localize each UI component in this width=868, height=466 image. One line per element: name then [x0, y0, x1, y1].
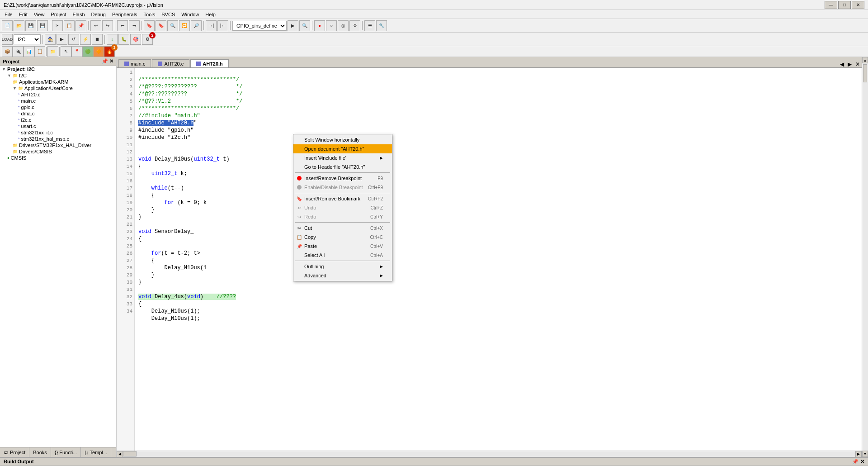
ctx-outlining[interactable]: Outlining ▶ [293, 262, 392, 271]
tab-books[interactable]: Books [29, 447, 51, 457]
function-dropdown[interactable]: GPIO_pins_define [232, 21, 287, 31]
tree-mainc[interactable]: * main.c [0, 98, 116, 104]
scroll-track[interactable] [123, 451, 855, 457]
sidebar-pin-button[interactable]: 📌 [102, 58, 108, 64]
build-button[interactable]: ▶ [57, 34, 67, 45]
nav-back-button[interactable]: ⬅ [117, 20, 128, 31]
debug-start-button[interactable]: ● [314, 20, 325, 31]
find-button[interactable]: 🔍 [167, 20, 178, 31]
menu-help[interactable]: Help [203, 11, 218, 18]
debug-stop-button[interactable]: ○ [326, 20, 337, 31]
download-button[interactable]: ↓ [107, 34, 118, 45]
manage-button[interactable]: 📁 [47, 46, 58, 57]
menu-view[interactable]: View [31, 11, 47, 18]
menu-peripherals[interactable]: Peripherals [109, 11, 140, 18]
debug-clear-button[interactable]: ◎ [338, 20, 349, 31]
build-pin-button[interactable]: 📌 [852, 459, 859, 465]
tree-drivers-cmsis[interactable]: 📁 Drivers/CMSIS [0, 148, 116, 155]
replace-button[interactable]: 🔁 [179, 20, 190, 31]
tree-gpioc[interactable]: * gpio.c [0, 104, 116, 110]
tree-cmsis[interactable]: ♦ CMSIS [0, 155, 116, 161]
stop-build-button[interactable]: ⏹ [92, 34, 103, 45]
tree-app-user[interactable]: ▼ 📁 Application/User/Core [0, 85, 116, 91]
ctx-split-window[interactable]: Split Window horizontally [293, 135, 392, 144]
event-button[interactable]: 📋 [34, 46, 45, 57]
ctx-undo[interactable]: ↩ Undo Ctrl+Z [293, 203, 392, 212]
comp-button[interactable]: 📊 [24, 46, 34, 57]
ctx-advanced[interactable]: Advanced ▶ [293, 271, 392, 280]
wizard-button[interactable]: 🧙 [45, 34, 56, 45]
scroll-up-arrow[interactable]: ▲ [862, 57, 868, 63]
tab-project[interactable]: 🗂 Project [0, 447, 29, 457]
vertical-scroll-track[interactable] [862, 63, 868, 451]
tab-scroll-left[interactable]: ◀ [838, 61, 846, 67]
ctx-enable-breakpoint[interactable]: Enable/Disable Breakpoint Ctrl+F9 [293, 183, 392, 192]
tree-stm32it[interactable]: * stm32f1xx_it.c [0, 129, 116, 136]
paste-button[interactable]: 📌 [75, 20, 86, 31]
scroll-down-arrow[interactable]: ▼ [862, 451, 868, 457]
unindent-button[interactable]: |← [217, 20, 228, 31]
copy-button[interactable]: 📋 [64, 20, 75, 31]
ctx-copy[interactable]: 📋 Copy Ctrl+C [293, 233, 392, 242]
open-button[interactable]: 📂 [14, 20, 24, 31]
dropdown-go-button[interactable]: ▶ [288, 20, 298, 31]
menu-edit[interactable]: Edit [16, 11, 30, 18]
bookmark-prev-button[interactable]: 🔖 [144, 20, 155, 31]
sidebar-close-button[interactable]: ✕ [109, 58, 113, 64]
target-dropdown[interactable]: I2C [14, 34, 41, 44]
tab-mainc[interactable]: main.c [118, 59, 151, 67]
tree-i2cc[interactable]: * i2c.c [0, 117, 116, 123]
menu-file[interactable]: File [2, 11, 15, 18]
build-close-button[interactable]: ✕ [860, 459, 864, 465]
nav-fwd-button[interactable]: ➡ [129, 20, 140, 31]
code-content[interactable]: /*****************************/ /*@????:… [135, 68, 862, 451]
color1-button[interactable]: 🟢 [82, 46, 93, 57]
cut-button[interactable]: ✂ [52, 20, 63, 31]
menu-flash[interactable]: Flash [70, 11, 88, 18]
ctx-insert-breakpoint[interactable]: Insert/Remove Breakpoint F9 [293, 174, 392, 183]
tree-aht20c[interactable]: * AHT20.c [0, 91, 116, 98]
redo-button[interactable]: ↪ [102, 20, 113, 31]
bookmark-next-button[interactable]: 🔖 [156, 20, 166, 31]
color2-button[interactable]: 🔶 [93, 46, 104, 57]
cursor-button[interactable]: ↖ [61, 46, 71, 57]
vertical-scroll-thumb[interactable] [863, 64, 867, 82]
tab-close[interactable]: ✕ [854, 61, 862, 67]
menu-window[interactable]: Window [179, 11, 202, 18]
tree-stm32msp[interactable]: * stm32f1xx_hal_msp.c [0, 136, 116, 142]
rebuild-button[interactable]: ↺ [68, 34, 79, 45]
ctx-redo[interactable]: ↪ Redo Ctrl+Y [293, 212, 392, 221]
menu-svcs[interactable]: SVCS [159, 11, 178, 18]
tree-usartc[interactable]: * usart.c [0, 123, 116, 129]
find-in-files-button[interactable]: 🔎 [191, 20, 202, 31]
tree-drivers-hal[interactable]: 📁 Drivers/STM32F1xx_HAL_Driver [0, 142, 116, 148]
minimize-button[interactable]: — [825, 1, 837, 9]
load-button[interactable]: LOAD [2, 34, 13, 45]
ctx-goto-headerfile[interactable]: Go to Headerfile "AHT20.h" [293, 162, 392, 171]
debug-config-button[interactable]: ⚙ [349, 20, 360, 31]
undo-button[interactable]: ↩ [90, 20, 101, 31]
peripheral-button[interactable]: 🔌 [13, 46, 24, 57]
tree-root[interactable]: ▼ Project: I2C [0, 66, 116, 72]
indent-button[interactable]: →| [206, 20, 217, 31]
scroll-right-arrow[interactable]: ▶ [855, 451, 862, 457]
save-all-button[interactable]: 💾 [37, 20, 48, 31]
ctx-insert-bookmark[interactable]: 🔖 Insert/Remove Bookmark Ctrl+F2 [293, 194, 392, 203]
tab-functi[interactable]: {} Functi... [51, 447, 81, 457]
scroll-left-arrow[interactable]: ◀ [117, 451, 123, 457]
save-button[interactable]: 💾 [25, 20, 36, 31]
close-button[interactable]: ✕ [852, 1, 864, 9]
debug-mode-button[interactable]: 🐛 [118, 34, 129, 45]
menu-debug[interactable]: Debug [89, 11, 108, 18]
ctx-paste[interactable]: 📌 Paste Ctrl+V [293, 242, 392, 251]
tab-templ[interactable]: |↓ Templ... [81, 447, 111, 457]
target-options-button[interactable]: 🎯 [130, 34, 141, 45]
menu-project[interactable]: Project [48, 11, 69, 18]
scroll-thumb[interactable] [123, 451, 137, 456]
settings-button[interactable]: 🔧 [376, 20, 387, 31]
ctx-cut[interactable]: ✂ Cut Ctrl+X [293, 223, 392, 233]
tab-aht20h[interactable]: AHT20.h [190, 59, 229, 67]
tab-scroll-right[interactable]: ▶ [846, 61, 854, 67]
env-button[interactable]: 📦 [2, 46, 13, 57]
dropdown-search-button[interactable]: 🔍 [299, 20, 310, 31]
